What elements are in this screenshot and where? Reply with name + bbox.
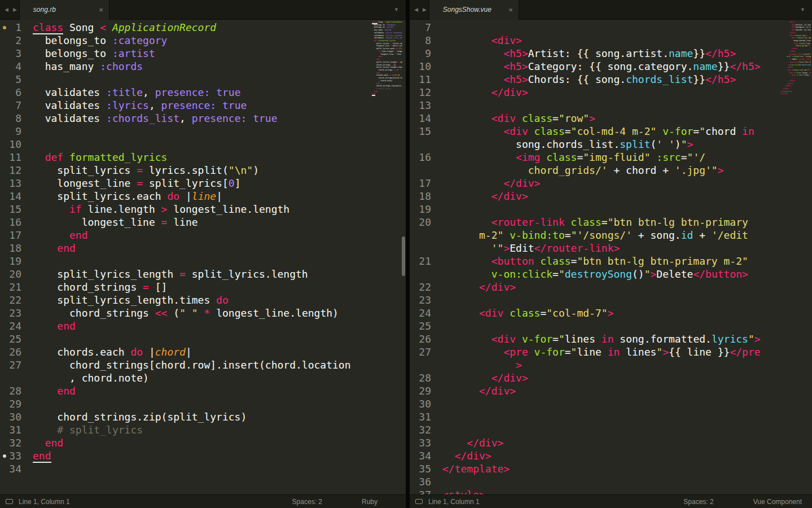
code-line[interactable]: 30 chord_strings.zip(split_lyrics) xyxy=(0,410,406,423)
back-icon[interactable]: ◀ xyxy=(5,7,8,12)
code-line[interactable]: 29 </div> xyxy=(410,384,812,397)
line-number[interactable]: 30 xyxy=(410,397,431,410)
line-number[interactable]: 32 xyxy=(0,436,21,449)
line-number[interactable]: 14 xyxy=(0,190,21,203)
close-icon[interactable]: × xyxy=(508,6,513,14)
line-number[interactable]: 26 xyxy=(0,345,21,358)
line-number[interactable]: 30 xyxy=(0,410,21,423)
line-number[interactable]: 22 xyxy=(410,281,431,294)
minimap[interactable]: <div> <h5>Artist: {{ song.artist.name}}<… xyxy=(780,21,811,494)
code-line[interactable]: 2 belongs_to :category xyxy=(0,34,406,47)
code-line[interactable]: , chord.note) xyxy=(0,371,406,384)
indent-setting[interactable]: Spaces: 2 xyxy=(683,498,713,506)
code-line[interactable]: 23 xyxy=(410,294,812,306)
code-line[interactable]: 20 split_lyrics_length = split_lyrics.le… xyxy=(0,268,406,281)
line-number[interactable]: 33 xyxy=(410,436,431,449)
code-line[interactable]: 32 xyxy=(410,423,812,436)
line-number[interactable]: 8 xyxy=(410,34,431,47)
code-line[interactable]: 19 xyxy=(410,203,812,216)
code-line[interactable]: 27 chord_strings[chord.row].insert(chord… xyxy=(0,358,406,371)
code-line[interactable]: 23 chord_strings << (" " * longest_line.… xyxy=(0,306,406,319)
code-line[interactable]: 36 xyxy=(410,475,812,488)
code-line[interactable]: 25 xyxy=(410,319,812,332)
code-line[interactable]: 17 end xyxy=(0,229,406,242)
scrollbar-thumb[interactable] xyxy=(402,237,405,276)
code-line[interactable]: 21 chord_strings = [] xyxy=(0,281,406,294)
line-number[interactable]: 7 xyxy=(0,99,21,112)
code-line[interactable]: 7 xyxy=(410,21,812,34)
code-line[interactable]: 19 xyxy=(0,255,406,268)
code-line[interactable]: 27 <pre v-for="line in lines">{{ line }}… xyxy=(410,345,812,358)
code-line[interactable]: 12 split_lyrics = lyrics.split("\n") xyxy=(0,164,406,177)
code-line[interactable]: 24 end xyxy=(0,319,406,332)
line-number[interactable]: 16 xyxy=(0,216,21,229)
line-number[interactable]: 2 xyxy=(0,34,21,47)
code-line[interactable]: m-2" v-bind:to="'/songs/' + song.id + '/… xyxy=(410,229,812,242)
code-line[interactable]: 16 <img class="img-fluid" :src="'/ xyxy=(410,151,812,164)
code-line[interactable]: 1class Song < ApplicationRecord xyxy=(0,21,406,34)
tab-song-rb[interactable]: song.rb × xyxy=(19,0,109,20)
line-number[interactable]: 3 xyxy=(0,47,21,60)
line-number[interactable] xyxy=(410,229,431,242)
code-line[interactable]: 34 xyxy=(0,462,406,475)
code-line[interactable]: 28 end xyxy=(0,384,406,397)
line-number[interactable] xyxy=(410,268,431,281)
code-line[interactable]: 37<style> xyxy=(410,488,812,494)
code-line[interactable]: 20 <router-link class="btn btn-lg btn-pr… xyxy=(410,216,812,229)
line-number[interactable]: 21 xyxy=(0,281,21,294)
line-number[interactable]: 9 xyxy=(410,47,431,60)
line-number[interactable]: 19 xyxy=(0,255,21,268)
code-line[interactable]: 9 xyxy=(0,125,406,138)
line-number[interactable]: 29 xyxy=(0,397,21,410)
line-number[interactable]: 18 xyxy=(410,190,431,203)
code-line[interactable]: 10 xyxy=(0,138,406,151)
code-line[interactable]: 31 xyxy=(410,410,812,423)
line-number[interactable]: 10 xyxy=(0,138,21,151)
code-line[interactable]: 10 <h5>Category: {{ song.category.name}}… xyxy=(410,60,812,73)
forward-icon[interactable]: ▶ xyxy=(423,7,427,12)
back-icon[interactable]: ◀ xyxy=(414,7,418,12)
line-number[interactable]: 34 xyxy=(410,449,431,462)
code-line[interactable]: 17 </div> xyxy=(410,177,812,190)
line-number[interactable]: 20 xyxy=(0,268,21,281)
line-number[interactable]: 18 xyxy=(0,242,21,255)
code-line[interactable]: 5 xyxy=(0,73,406,86)
code-line[interactable]: 14 split_lyrics.each do |line| xyxy=(0,190,406,203)
tab-songsshow-vue[interactable]: SongsShow.vue × xyxy=(429,0,519,20)
line-number[interactable]: 8 xyxy=(0,112,21,125)
line-number[interactable]: 11 xyxy=(410,73,431,86)
code-line[interactable]: 31 # split_lyrics xyxy=(0,423,406,436)
line-number[interactable]: 15 xyxy=(0,203,21,216)
code-line[interactable]: 6 validates :title, presence: true xyxy=(0,86,406,99)
code-line[interactable]: 16 longest_line = line xyxy=(0,216,406,229)
line-number[interactable]: 24 xyxy=(410,306,431,319)
code-line[interactable]: 33 </div> xyxy=(410,436,812,449)
line-number[interactable]: 5 xyxy=(0,73,21,86)
line-number[interactable]: 6 xyxy=(0,86,21,99)
close-icon[interactable]: × xyxy=(99,6,103,14)
line-number[interactable]: 27 xyxy=(0,358,21,371)
code-line[interactable]: 11 <h5>Chords: {{ song.chords_list}}</h5… xyxy=(410,73,812,86)
line-number[interactable]: 19 xyxy=(410,203,431,216)
code-line[interactable]: 32 end xyxy=(0,436,406,449)
code-line[interactable]: 22 </div> xyxy=(410,281,812,294)
line-number[interactable]: 35 xyxy=(410,462,431,475)
syntax-name[interactable]: Vue Component xyxy=(753,498,802,506)
line-number[interactable]: 36 xyxy=(410,475,431,488)
line-number[interactable]: 13 xyxy=(410,99,431,112)
code-line[interactable]: 15 <div class="col-md-4 m-2" v-for="chor… xyxy=(410,125,812,138)
line-number[interactable]: 12 xyxy=(410,86,431,99)
line-number[interactable]: 26 xyxy=(410,332,431,345)
code-line[interactable]: song.chords_list.split(' ')"> xyxy=(410,138,812,151)
line-number[interactable]: 31 xyxy=(410,410,431,423)
line-number[interactable] xyxy=(410,358,431,371)
chevron-down-icon[interactable]: ▼ xyxy=(800,7,812,12)
line-number[interactable]: 16 xyxy=(410,151,431,164)
line-number[interactable]: 23 xyxy=(0,306,21,319)
line-number[interactable]: 4 xyxy=(0,60,21,73)
line-number[interactable] xyxy=(0,371,21,384)
line-number[interactable]: 11 xyxy=(0,151,21,164)
code-line[interactable]: 30 xyxy=(410,397,812,410)
code-line[interactable]: 9 <h5>Artist: {{ song.artist.name}}</h5> xyxy=(410,47,812,60)
line-number[interactable]: 22 xyxy=(0,294,21,306)
